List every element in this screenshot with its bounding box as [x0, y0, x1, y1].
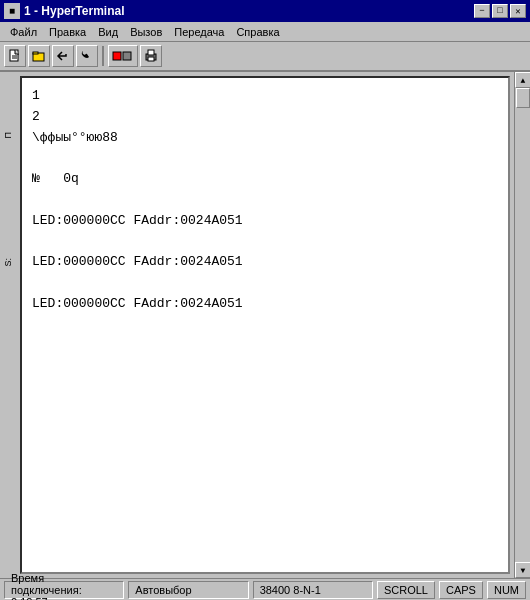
status-connection-time: Время подключения: 0:12:57: [4, 581, 124, 599]
scroll-up-button[interactable]: ▲: [515, 72, 530, 88]
terminal-line-1: 2: [32, 107, 498, 128]
status-scroll: SCROLL: [377, 581, 435, 599]
menu-help[interactable]: Справка: [230, 24, 285, 40]
app-icon: ■: [4, 3, 20, 19]
window-title: 1 - HyperTerminal: [24, 4, 470, 18]
minimize-button[interactable]: −: [474, 4, 490, 18]
menu-call[interactable]: Вызов: [124, 24, 168, 40]
menu-transfer[interactable]: Передача: [168, 24, 230, 40]
toolbar-back-button[interactable]: [52, 45, 74, 67]
main-area: П S: 1 2 \ффыы°°юю88 № 0q LED:000000CC F…: [0, 72, 530, 578]
menu-edit[interactable]: Правка: [43, 24, 92, 40]
status-bar: Время подключения: 0:12:57 Автовыбор 384…: [0, 578, 530, 600]
title-bar: ■ 1 - HyperTerminal − □ ✕: [0, 0, 530, 22]
close-button[interactable]: ✕: [510, 4, 526, 18]
svg-rect-9: [148, 57, 154, 61]
vertical-scrollbar[interactable]: ▲ ▼: [514, 72, 530, 578]
status-baud-rate: 38400 8-N-1: [253, 581, 373, 599]
toolbar: [0, 42, 530, 72]
new-file-icon: [8, 49, 22, 63]
back-icon: [56, 49, 70, 63]
scroll-down-button[interactable]: ▼: [515, 562, 530, 578]
svg-rect-8: [148, 50, 154, 55]
terminal-line-7: [32, 232, 498, 253]
open-folder-icon: [32, 49, 46, 63]
toolbar-print-button[interactable]: [140, 45, 162, 67]
terminal-line-9: [32, 273, 498, 294]
toolbar-separator-1: [102, 46, 104, 66]
phone-icon: [80, 49, 94, 63]
toolbar-new-button[interactable]: [4, 45, 26, 67]
toolbar-open-button[interactable]: [28, 45, 50, 67]
status-caps: CAPS: [439, 581, 483, 599]
svg-rect-6: [123, 52, 131, 60]
print-icon: [144, 49, 158, 63]
terminal-line-2: \ффыы°°юю88: [32, 128, 498, 149]
side-label-top: П: [3, 132, 13, 138]
status-num: NUM: [487, 581, 526, 599]
menu-bar: Файл Правка Вид Вызов Передача Справка: [0, 22, 530, 42]
terminal-line-10: LED:000000CC FAddr:0024A051: [32, 294, 498, 315]
window-controls: − □ ✕: [474, 4, 526, 18]
toolbar-connect-button[interactable]: [108, 45, 138, 67]
side-panel: П S:: [0, 72, 16, 578]
terminal-line-8: LED:000000CC FAddr:0024A051: [32, 252, 498, 273]
terminal-container[interactable]: 1 2 \ффыы°°юю88 № 0q LED:000000CC FAddr:…: [20, 76, 510, 574]
connect-icon: [112, 49, 134, 63]
svg-rect-5: [113, 52, 121, 60]
terminal-line-6: LED:000000CC FAddr:0024A051: [32, 211, 498, 232]
svg-rect-4: [33, 52, 38, 54]
maximize-button[interactable]: □: [492, 4, 508, 18]
terminal-line-5: [32, 190, 498, 211]
menu-view[interactable]: Вид: [92, 24, 124, 40]
terminal-output: 1 2 \ффыы°°юю88 № 0q LED:000000CC FAddr:…: [22, 78, 508, 572]
scroll-track[interactable]: [515, 88, 530, 562]
terminal-line-3: [32, 148, 498, 169]
scroll-thumb[interactable]: [516, 88, 530, 108]
menu-file[interactable]: Файл: [4, 24, 43, 40]
status-auto-select: Автовыбор: [128, 581, 248, 599]
terminal-line-4: № 0q: [32, 169, 498, 190]
toolbar-call-button[interactable]: [76, 45, 98, 67]
side-label-bottom: S:: [3, 258, 13, 267]
terminal-line-0: 1: [32, 86, 498, 107]
